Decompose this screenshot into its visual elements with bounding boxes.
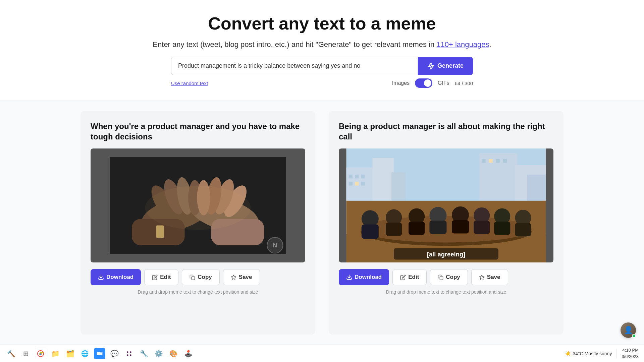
controls-row: Use random text Images GIFs 64 / 300 xyxy=(171,78,473,88)
taskbar-figma-icon[interactable]: 🎨 xyxy=(168,348,179,359)
taskbar: 🔨 ⊞ 📁 🗂️ 🌐 💬 🔧 xyxy=(0,345,644,362)
meme2-download-button[interactable]: Download xyxy=(339,269,389,285)
meme2-save-button[interactable]: Save xyxy=(471,269,508,285)
online-indicator xyxy=(632,334,636,338)
svg-rect-46 xyxy=(409,222,425,235)
meme1-download-button[interactable]: Download xyxy=(91,269,141,285)
taskbar-date-value: 3/6/2023 xyxy=(622,354,639,360)
svg-rect-54 xyxy=(494,222,510,235)
header: Convert any text to a meme Enter any tex… xyxy=(0,0,644,95)
svg-rect-60 xyxy=(440,277,443,280)
toggle-knob xyxy=(424,79,431,87)
svg-point-65 xyxy=(127,351,128,353)
svg-marker-0 xyxy=(428,63,434,69)
languages-link[interactable]: 110+ languages xyxy=(436,40,489,49)
zoom-icon xyxy=(96,350,103,357)
meme1-copy-button[interactable]: Copy xyxy=(182,269,220,285)
taskbar-files-icon[interactable]: 📁 xyxy=(50,348,61,359)
edit-icon-2 xyxy=(400,275,406,280)
svg-rect-28 xyxy=(349,175,353,178)
copy-icon-2 xyxy=(438,275,443,280)
taskbar-divider xyxy=(616,349,617,359)
avatar-face: 👤 xyxy=(624,326,633,335)
taskbar-teams-icon[interactable]: 💬 xyxy=(109,348,120,359)
svg-rect-52 xyxy=(474,221,490,234)
taskbar-zoom-icon[interactable] xyxy=(94,348,105,359)
meme2-title: Being a product manager is all about mak… xyxy=(339,121,553,142)
svg-rect-48 xyxy=(429,221,446,234)
svg-rect-33 xyxy=(361,182,365,186)
toggle-area: Images GIFs 64 / 300 xyxy=(392,78,473,88)
taskbar-folder-icon[interactable]: 🗂️ xyxy=(64,348,76,359)
meme1-edit-button[interactable]: Edit xyxy=(144,269,178,285)
taskbar-right: ☀️ 34°C Mostly sunny 4:10 PM 3/6/2023 xyxy=(565,347,639,359)
random-text-button[interactable]: Use random text xyxy=(171,80,208,86)
svg-point-68 xyxy=(130,354,131,356)
images-label: Images xyxy=(392,80,410,86)
page-title: Convert any text to a meme xyxy=(7,13,637,34)
svg-rect-30 xyxy=(361,175,365,178)
svg-point-66 xyxy=(130,351,131,353)
meme2-drag-hint: Drag and drop meme text to change text p… xyxy=(339,289,553,295)
meme1-actions: Download Edit Copy Save xyxy=(91,269,305,285)
meme1-drag-hint: Drag and drop meme text to change text p… xyxy=(91,289,305,295)
generate-icon xyxy=(427,62,435,70)
svg-text:N: N xyxy=(273,242,277,249)
taskbar-extra-icon[interactable]: 🕹️ xyxy=(182,348,194,359)
taskbar-time-value: 4:10 PM xyxy=(622,347,639,353)
svg-rect-36 xyxy=(496,159,500,163)
svg-rect-63 xyxy=(97,352,101,355)
handshake-illustration: N xyxy=(107,157,289,254)
chat-avatar[interactable]: 👤 xyxy=(621,322,636,338)
meme-card-left: When you're a product manager and you ha… xyxy=(80,111,315,335)
save-star-icon xyxy=(231,275,236,280)
download-icon-2 xyxy=(346,274,352,280)
taskbar-app1-icon[interactable]: 🔧 xyxy=(138,348,150,359)
taskbar-edge-icon[interactable]: 🌐 xyxy=(79,348,91,359)
meme2-copy-button[interactable]: Copy xyxy=(430,269,468,285)
taskbar-app2-icon[interactable]: ⚙️ xyxy=(153,348,164,359)
text-input[interactable] xyxy=(171,57,418,75)
taskbar-slack-icon[interactable] xyxy=(123,348,135,359)
edit-icon xyxy=(152,275,158,280)
svg-marker-64 xyxy=(101,352,102,355)
meme2-image: [all agreeing] xyxy=(339,148,553,262)
svg-rect-29 xyxy=(355,175,359,178)
char-count: 64 / 300 xyxy=(455,80,473,86)
svg-rect-44 xyxy=(386,223,402,236)
generate-button[interactable]: Generate xyxy=(418,57,473,75)
meme-section: When you're a product manager and you ha… xyxy=(0,101,644,345)
svg-marker-61 xyxy=(479,275,484,279)
svg-rect-35 xyxy=(489,159,493,163)
taskbar-apps: 🔨 ⊞ 📁 🗂️ 🌐 💬 🔧 xyxy=(5,348,194,359)
subtitle: Enter any text (tweet, blog post intro, … xyxy=(7,39,637,50)
chrome-icon xyxy=(37,350,44,357)
input-row: Generate xyxy=(171,57,473,75)
svg-point-15 xyxy=(145,186,251,230)
images-gifs-toggle[interactable] xyxy=(415,78,432,88)
meeting-illustration: [all agreeing] xyxy=(339,148,553,262)
gifs-label: GIFs xyxy=(438,80,449,86)
svg-rect-50 xyxy=(452,220,469,234)
subtitle-before: Enter any text (tweet, blog post intro, … xyxy=(153,40,434,49)
svg-point-67 xyxy=(127,354,128,356)
download-icon xyxy=(98,274,104,280)
weather-area: ☀️ 34°C Mostly sunny xyxy=(565,351,612,356)
meme2-edit-button[interactable]: Edit xyxy=(392,269,427,285)
slack-icon xyxy=(125,350,133,357)
taskbar-tools-icon[interactable]: 🔨 xyxy=(5,348,17,359)
taskbar-chrome-icon[interactable] xyxy=(35,348,46,359)
meme1-image: N xyxy=(91,148,305,262)
taskbar-clock: 4:10 PM 3/6/2023 xyxy=(622,347,639,359)
svg-marker-20 xyxy=(231,275,236,279)
svg-rect-14 xyxy=(156,225,164,238)
svg-rect-19 xyxy=(192,277,195,280)
copy-icon xyxy=(190,275,195,280)
svg-rect-56 xyxy=(515,223,531,237)
taskbar-grid-icon[interactable]: ⊞ xyxy=(20,348,32,359)
save-star-icon-2 xyxy=(479,275,485,280)
svg-rect-42 xyxy=(362,225,379,239)
meme2-actions: Download Edit Copy Save xyxy=(339,269,553,285)
meme1-save-button[interactable]: Save xyxy=(223,269,260,285)
meme1-title: When you're a product manager and you ha… xyxy=(91,121,305,142)
